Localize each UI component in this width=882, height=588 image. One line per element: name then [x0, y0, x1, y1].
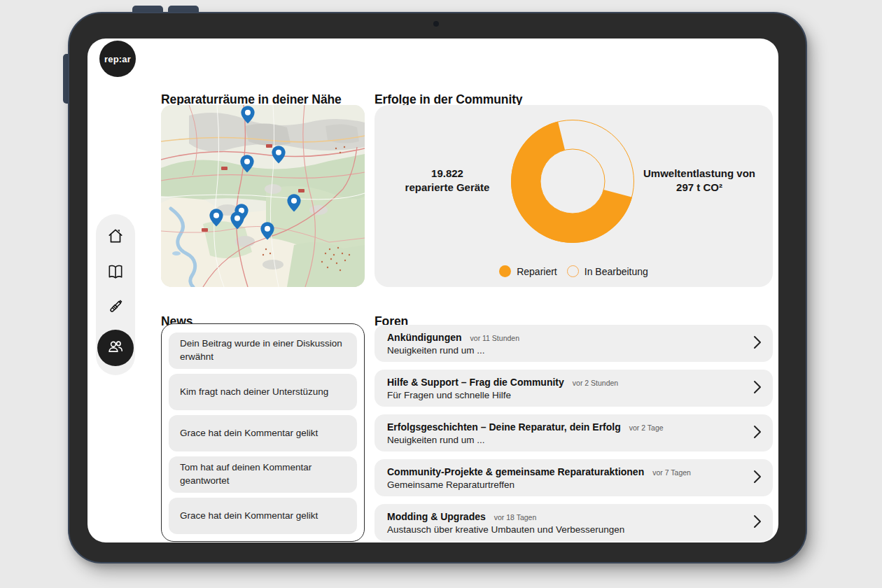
map-pin[interactable]	[260, 221, 275, 241]
forum-timestamp: vor 2 Tage	[629, 424, 664, 432]
people-icon	[106, 337, 125, 358]
repaired-devices-label: reparierte Geräte	[405, 181, 490, 193]
map-pin[interactable]	[271, 145, 286, 164]
forum-title: Ankündigungen	[387, 332, 462, 343]
forum-subtitle: Austausch über kreative Umbauten und Ver…	[387, 524, 742, 535]
forum-title: Erfolgsgeschichten – Deine Reparatur, de…	[387, 421, 621, 433]
screwdriver-icon	[106, 297, 125, 319]
forum-title: Hilfe & Support – Frag die Community	[387, 377, 564, 388]
chevron-right-icon	[753, 514, 762, 532]
app-logo-text: rep:ar	[104, 54, 131, 64]
chevron-right-icon	[753, 469, 762, 487]
legend-label: In Bearbeitung	[584, 266, 648, 277]
chevron-right-icon	[753, 379, 762, 398]
map-pin[interactable]	[286, 193, 302, 213]
forum-subtitle: Für Fragen und schnelle Hilfe	[387, 390, 742, 400]
nearby-map[interactable]	[161, 105, 365, 287]
map-pin[interactable]	[209, 208, 224, 227]
sidebar-item-repairs[interactable]	[102, 294, 130, 322]
forum-timestamp: vor 18 Tagen	[494, 513, 537, 522]
forum-timestamp: vor 11 Stunden	[470, 334, 519, 342]
forum-title: Community-Projekte & gemeinsame Reparatu…	[387, 466, 644, 477]
map-pin[interactable]	[230, 211, 245, 230]
legend-swatch-filled	[499, 265, 511, 277]
forum-row[interactable]: Hilfe & Support – Frag die Community vor…	[374, 370, 773, 407]
forum-list: Ankündigungen vor 11 Stunden Neuigkeiten…	[374, 325, 773, 541]
forum-row[interactable]: Erfolgsgeschichten – Deine Reparatur, de…	[374, 414, 773, 451]
map-pin[interactable]	[240, 105, 255, 125]
forum-subtitle: Gemeinsame Reparaturtreffen	[387, 479, 742, 490]
donut-legend: RepariertIn Bearbeitung	[374, 265, 773, 277]
tablet-frame: rep:ar	[68, 12, 807, 564]
news-item[interactable]: Grace hat dein Kommentar gelikt	[169, 498, 357, 534]
book-icon	[106, 262, 125, 284]
co2-label: Umweltentlastung von	[643, 167, 755, 179]
map-pin[interactable]	[239, 154, 255, 174]
home-icon	[106, 227, 125, 248]
front-camera	[433, 21, 439, 27]
repaired-devices-value: 19.822	[431, 167, 463, 179]
app-screen: rep:ar	[88, 38, 778, 542]
community-stats-card: 19.822 reparierte Geräte Umweltentlastun…	[374, 105, 773, 287]
forum-timestamp: vor 2 Stunden	[573, 379, 618, 387]
news-item[interactable]: Grace hat dein Kommentar gelikt	[169, 415, 357, 451]
forum-row[interactable]: Community-Projekte & gemeinsame Reparatu…	[374, 459, 773, 496]
co2-stat: Umweltentlastung von 297 t CO²	[632, 167, 766, 195]
news-list: Dein Beitrag wurde in einer Diskussion e…	[161, 323, 365, 542]
forum-row[interactable]: Modding & Upgrades vor 18 Tagen Austausc…	[374, 504, 773, 541]
forum-title: Modding & Upgrades	[387, 511, 486, 522]
legend-label: Repariert	[517, 266, 557, 277]
sidebar	[96, 214, 135, 375]
chevron-right-icon	[753, 335, 762, 353]
map-pins-layer	[161, 105, 365, 287]
donut-chart	[510, 118, 636, 244]
sidebar-item-community[interactable]	[97, 330, 134, 366]
legend-item: Repariert	[499, 265, 557, 277]
forum-row[interactable]: Ankündigungen vor 11 Stunden Neuigkeiten…	[374, 325, 773, 362]
forum-subtitle: Neuigkeiten rund um ...	[387, 435, 742, 445]
news-item[interactable]: Kim fragt nach deiner Unterstüzung	[169, 374, 357, 410]
news-item[interactable]: Dein Beitrag wurde in einer Diskussion e…	[169, 332, 357, 369]
co2-value: 297 t CO²	[676, 181, 722, 193]
forum-subtitle: Neuigkeiten rund um ...	[387, 345, 742, 356]
legend-item: In Bearbeitung	[567, 265, 648, 277]
app-logo: rep:ar	[99, 41, 136, 77]
news-item[interactable]: Tom hat auf deinen Kommentar geantwortet	[169, 456, 357, 493]
legend-swatch-outline	[567, 265, 579, 277]
forum-timestamp: vor 7 Tagen	[652, 468, 691, 477]
chevron-right-icon	[753, 424, 762, 442]
sidebar-item-home[interactable]	[102, 223, 130, 251]
sidebar-item-guides[interactable]	[102, 259, 130, 287]
repaired-devices-stat: 19.822 reparierte Geräte	[384, 167, 510, 195]
